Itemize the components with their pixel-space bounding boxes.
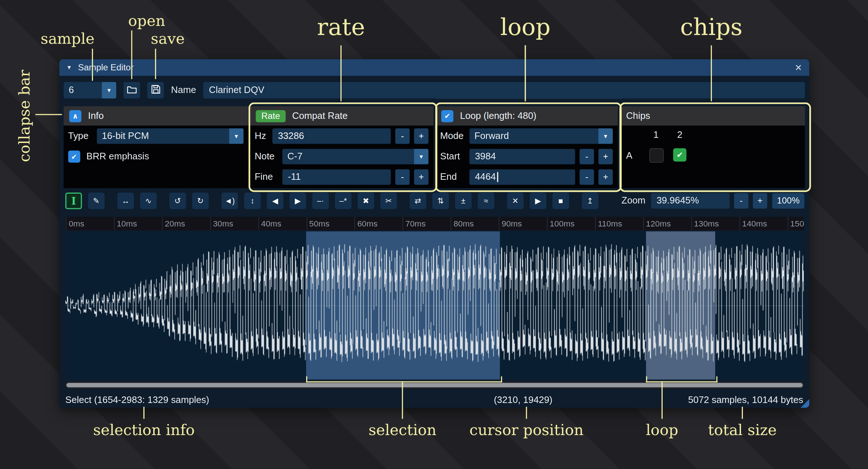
stop-button[interactable]: ■ [552, 193, 569, 209]
sample-number-select[interactable]: 6 ▼ [63, 82, 116, 99]
ruler-tick [402, 217, 403, 230]
insert-silence-button[interactable]: –· [312, 193, 329, 209]
crossfade-button[interactable]: ✕ [507, 193, 524, 209]
ruler-tick [451, 217, 451, 230]
annotation-line [525, 45, 526, 101]
hz-label: Hz [255, 131, 273, 142]
crossfade-icon: ✕ [512, 197, 519, 205]
delete-button[interactable]: ✖ [358, 193, 374, 209]
preview-button[interactable]: ▶ [530, 193, 547, 209]
name-input[interactable]: Clarinet DQV [203, 82, 805, 99]
collapse-info-button[interactable]: ∧ [69, 110, 81, 122]
select-tool-button[interactable]: I [65, 193, 82, 209]
chevron-down-icon[interactable]: ▼ [102, 82, 116, 99]
loop-start-plus-button[interactable]: + [598, 149, 613, 164]
ruler-tick [595, 217, 596, 230]
note-select[interactable]: C-7 ▼ [282, 149, 429, 164]
loop-mode-select[interactable]: Forward ▼ [470, 128, 613, 144]
loop-start-minus-button[interactable]: - [580, 149, 594, 164]
sign-invert-button[interactable]: ± [455, 193, 472, 209]
normalize-button[interactable]: ↕ [244, 193, 261, 209]
redo-button[interactable]: ↻ [192, 193, 209, 209]
zoom-reset-button[interactable]: 100% [772, 193, 805, 209]
filter-button[interactable]: ≈ [478, 193, 494, 209]
zoom-input[interactable]: 39.9645% [651, 193, 729, 209]
zoom-plus-button[interactable]: + [753, 193, 767, 209]
waveform-canvas [65, 231, 804, 380]
ruler-tick [114, 217, 115, 230]
chevron-down-icon[interactable]: ▼ [229, 128, 243, 144]
loop-enable-checkbox[interactable]: ✔ [441, 110, 453, 122]
fine-input[interactable]: -11 [282, 169, 391, 185]
hz-plus-button[interactable]: + [414, 128, 428, 144]
annotation-line [340, 45, 342, 101]
annotation-line [143, 407, 144, 419]
fade-in-button[interactable]: ◀ [267, 193, 283, 209]
fade-out-button[interactable]: ▶ [290, 193, 306, 209]
loop-section-header: ✔ Loop (length: 480) [436, 106, 618, 125]
zoom-minus-button[interactable]: - [734, 193, 748, 209]
reverse-button[interactable]: ⇄ [410, 193, 427, 209]
sample-type-value: 16-bit PCM [97, 128, 229, 144]
create-wavetable-icon: ↥ [587, 197, 593, 205]
hz-minus-button[interactable]: - [395, 128, 409, 144]
chevron-down-icon[interactable]: ▼ [414, 149, 428, 164]
loop-end-minus-button[interactable]: - [580, 169, 594, 185]
horizontal-scrollbar[interactable] [65, 382, 804, 388]
ruler-tick [739, 217, 740, 230]
total-size-text: 5072 samples, 10144 bytes [688, 395, 803, 406]
annotation-collapse-bar: collapse bar [16, 69, 33, 163]
fine-plus-button[interactable]: + [414, 169, 428, 185]
rate-section-title: Compat Rate [292, 111, 348, 121]
brr-emphasis-checkbox[interactable]: ✔ [68, 151, 80, 163]
draw-tool-button[interactable]: ✎ [88, 193, 105, 209]
invert-button[interactable]: ⇅ [432, 193, 449, 209]
text-caret [497, 172, 498, 182]
chip-1-checkbox[interactable] [649, 148, 664, 163]
save-button[interactable] [147, 82, 164, 99]
name-value: Clarinet DQV [209, 85, 265, 96]
loop-end-plus-button[interactable]: + [598, 169, 613, 185]
create-wavetable-button[interactable]: ↥ [582, 193, 599, 209]
amplify-button[interactable]: ◄) [221, 193, 238, 209]
scrollbar-thumb[interactable] [66, 383, 803, 387]
resize-grip[interactable] [801, 399, 809, 408]
undo-button[interactable]: ↺ [169, 193, 186, 209]
floppy-disk-icon [151, 85, 160, 96]
trim-button[interactable]: ✂ [380, 193, 397, 209]
loop-start-input[interactable]: 3984 [470, 149, 575, 164]
note-label: Note [255, 151, 282, 162]
sample-type-select[interactable]: 16-bit PCM ▼ [97, 128, 244, 144]
close-icon[interactable]: ✕ [795, 62, 802, 73]
waveform-display[interactable] [65, 231, 804, 380]
insert-silence-icon: –· [317, 197, 324, 205]
hz-input[interactable]: 33286 [272, 128, 391, 144]
resample-button[interactable]: ∿ [140, 193, 157, 209]
fine-minus-button[interactable]: - [395, 169, 409, 185]
loop-end-input[interactable]: 4464 [470, 169, 575, 185]
toolbar: I✎↔∿↺↻◄)↕◀▶–·–*✖✂⇄⇅±≈✕▶■↥ Zoom 39.9645% … [65, 193, 804, 209]
annotation-total-size: total size [687, 421, 798, 438]
note-value: C-7 [282, 149, 414, 164]
rate-section-header: Rate Compat Rate [250, 106, 433, 125]
chevron-down-icon[interactable]: ▼ [598, 128, 613, 144]
window-titlebar: ▼ Sample Editor ✕ [59, 59, 809, 76]
window-collapse-icon[interactable]: ▼ [66, 65, 72, 70]
annotation-open: open [108, 12, 185, 29]
ruler-label: 70ms [405, 218, 426, 228]
chip-2-checkbox[interactable]: ✔ [673, 148, 686, 162]
ruler-label: 80ms [454, 218, 474, 228]
selection-info-text: Select (1654-2983: 1329 samples) [65, 395, 209, 406]
ruler-label: 30ms [213, 218, 234, 228]
rate-badge[interactable]: Rate [256, 110, 286, 122]
apply-silence-button[interactable]: –* [335, 193, 352, 209]
ruler-label: 10ms [117, 218, 137, 228]
open-button[interactable] [123, 82, 140, 99]
resize-button[interactable]: ↔ [117, 193, 134, 209]
timeline-ruler[interactable]: 0ms10ms20ms30ms40ms50ms60ms70ms80ms90ms1… [65, 217, 804, 230]
normalize-icon: ↕ [251, 197, 255, 205]
ruler-label: 100ms [550, 218, 575, 228]
redo-icon: ↻ [197, 197, 204, 205]
rate-section: Rate Compat Rate Hz 33286 - + Note C-7 ▼ [250, 106, 433, 188]
info-section: ∧ Info Type 16-bit PCM ▼ ✔ BRR emphasis [63, 106, 248, 188]
